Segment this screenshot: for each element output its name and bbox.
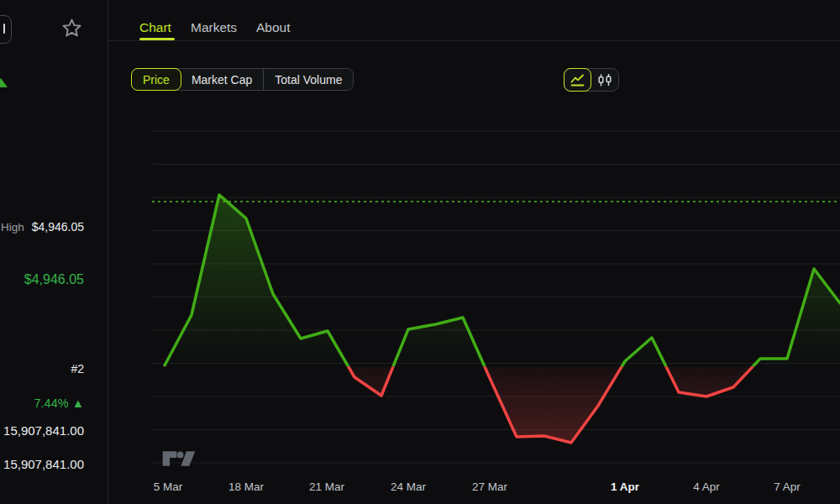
candlestick-icon [597, 74, 612, 87]
stat-high: High$4,946.05 [1, 219, 84, 234]
favorite-star-button[interactable] [59, 15, 84, 40]
stat-supply-1: 15,907,841.00 [3, 423, 84, 438]
sidebar: High$4,946.05 $4,946.05 #2 7.44% ▲ 15,90… [0, 0, 108, 504]
metric-toggle-market-cap[interactable]: Market Cap [181, 69, 263, 90]
stat-ath: $4,946.05 [24, 272, 84, 287]
chart-type-candlestick-button[interactable] [591, 69, 618, 91]
tab-about[interactable]: About [256, 20, 291, 35]
star-icon [60, 17, 83, 39]
chart-type-line-button[interactable] [564, 68, 591, 92]
stat-supply-2-value: 15,907,841.00 [3, 457, 84, 471]
stat-high-value: $4,946.05 [32, 220, 84, 234]
stat-ath-value: $4,946.05 [24, 272, 84, 286]
main-panel: Chart Markets About Price Market Cap Tot… [108, 0, 840, 504]
stat-rank-value: #2 [71, 362, 84, 375]
truncated-icon [3, 24, 6, 34]
stat-change-value: 7.44% ▲ [34, 396, 85, 410]
metric-toggle: Price Market Cap Total Volume [131, 68, 354, 91]
chart-type-toggle [564, 68, 619, 92]
truncated-button[interactable] [0, 15, 12, 44]
stat-rank: #2 [71, 361, 84, 376]
line-chart-icon [570, 74, 585, 87]
tab-markets[interactable]: Markets [191, 20, 237, 35]
metric-toggle-total-volume[interactable]: Total Volume [263, 69, 353, 90]
stat-supply-2: 15,907,841.00 [3, 457, 84, 472]
tab-chart[interactable]: Chart [139, 20, 171, 35]
tab-bar: Chart Markets About [108, 0, 840, 41]
stat-change: 7.44% ▲ [34, 396, 85, 411]
active-tab-underline [139, 38, 175, 40]
stat-high-label: High [1, 221, 24, 234]
metric-toggle-price[interactable]: Price [131, 68, 181, 91]
stat-supply-1-value: 15,907,841.00 [3, 423, 84, 438]
up-triangle-icon [0, 78, 8, 87]
